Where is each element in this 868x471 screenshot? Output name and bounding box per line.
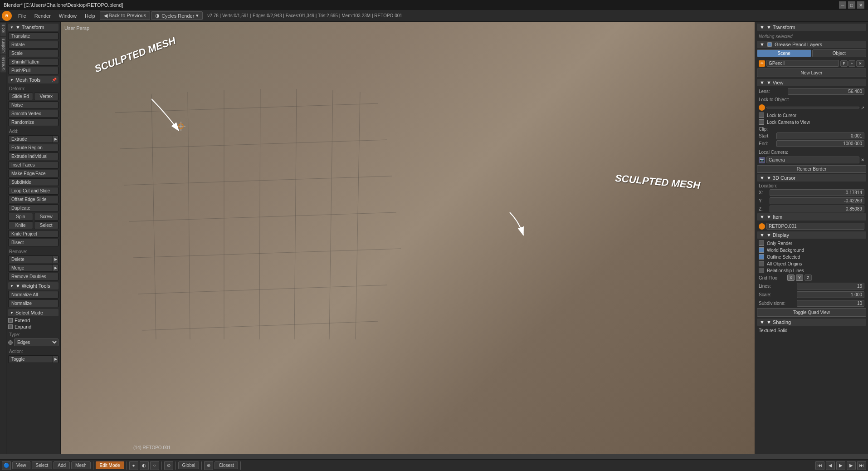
gpencil-name-field[interactable]: GPencil (766, 60, 839, 67)
menu-render[interactable]: Render (31, 12, 54, 20)
global-local-button[interactable]: Global (178, 461, 200, 469)
inset-faces-button[interactable]: Inset Faces (8, 161, 59, 169)
viewport-shading-solid[interactable]: ● (129, 461, 138, 470)
noise-button[interactable]: Noise (8, 101, 59, 109)
render-mode-dropdown[interactable]: ◑ Cycles Render ▾ (151, 11, 203, 20)
only-render-checkbox[interactable] (759, 240, 764, 246)
extrude-individual-button[interactable]: Extrude Individual (8, 152, 59, 160)
timeline-next-btn[interactable]: ▶ (847, 461, 856, 470)
mesh-tools-panel-header[interactable]: ▼ Mesh Tools 📌 (8, 76, 59, 83)
toggle-dropdown-arrow[interactable]: ▶ (53, 355, 59, 363)
grease-pencil-header[interactable]: ▼ Grease Pencil Layers (757, 41, 866, 48)
clip-end-value[interactable]: 1000.000 (776, 140, 864, 147)
lock-to-cursor-checkbox[interactable] (759, 113, 764, 118)
mesh-menu-button[interactable]: Mesh (71, 461, 90, 469)
slide-edge-button[interactable]: Slide Ed (8, 93, 33, 100)
add-menu-button[interactable]: Add (54, 461, 70, 469)
item-section-header[interactable]: ▼ ▼ Item (757, 213, 866, 221)
translate-button[interactable]: Translate (8, 32, 59, 40)
outline-selected-checkbox[interactable] (759, 254, 764, 260)
relationship-lines-checkbox[interactable] (759, 268, 764, 273)
extrude-button[interactable]: Extrude (8, 135, 53, 143)
screw-button[interactable]: Screw (34, 213, 59, 221)
push-pull-button[interactable]: Push/Pull (8, 67, 59, 74)
gpencil-x-button[interactable]: ✕ (856, 60, 864, 67)
duplicate-button[interactable]: Duplicate (8, 204, 59, 212)
minimize-button[interactable]: ─ (839, 1, 846, 9)
all-origins-checkbox[interactable] (759, 261, 764, 266)
item-name[interactable]: RETOPO.001 (766, 223, 864, 230)
delete-button[interactable]: Delete (8, 255, 53, 263)
extrude-region-button[interactable]: Extrude Region (8, 144, 59, 152)
normalize-all-button[interactable]: Normalize All (8, 291, 59, 299)
mesh-tools-pin[interactable]: 📌 (52, 78, 57, 82)
subdivisions-value[interactable]: 10 (797, 300, 864, 307)
timeline-play-btn[interactable]: ▶ (836, 461, 845, 470)
timeline-prev-btn[interactable]: ◀ (826, 461, 835, 470)
display-section-header[interactable]: ▼ ▼ Display (757, 231, 866, 239)
cursor-3d-header[interactable]: ▼ ▼ 3D Cursor (757, 174, 866, 182)
view-section-header[interactable]: ▼ ▼ View (757, 79, 866, 86)
merge-dropdown-arrow[interactable]: ▶ (53, 264, 59, 272)
y-coord-value[interactable]: -0.42263 (770, 197, 864, 204)
new-layer-button[interactable]: New Layer (757, 69, 866, 77)
timeline-end-btn[interactable]: ⏭ (857, 461, 866, 470)
blender-logo[interactable]: B (2, 11, 12, 21)
scale-button[interactable]: Scale (8, 49, 59, 57)
lock-object-input[interactable] (766, 107, 859, 108)
viewport-shading-wire[interactable]: ◐ (140, 461, 149, 470)
viewport-shading-rendered[interactable]: ○ (150, 461, 159, 470)
object-tab[interactable]: Object (812, 49, 867, 57)
expand-checkbox[interactable] (8, 324, 13, 329)
viewport-overlay-btn[interactable]: ⊙ (164, 461, 173, 470)
snap-button[interactable]: ⊕ (204, 461, 213, 470)
shrink-flatten-button[interactable]: Shrink/Flatten (8, 58, 59, 66)
offset-edge-slide-button[interactable]: Offset Edge Slide (8, 196, 59, 203)
knife-button[interactable]: Knife (8, 221, 33, 229)
transform-panel-header[interactable]: ▼ ▼ Transform (8, 24, 59, 31)
delete-dropdown-arrow[interactable]: ▶ (53, 255, 59, 263)
camera-name[interactable]: Camera (766, 157, 859, 163)
gpencil-plus-button[interactable]: + (848, 60, 855, 67)
make-edge-face-button[interactable]: Make Edge/Face (8, 170, 59, 177)
rotate-button[interactable]: Rotate (8, 41, 59, 49)
bisect-button[interactable]: Bisect (8, 239, 59, 246)
vertex-button[interactable]: Vertex (34, 93, 59, 100)
axis-y-button[interactable]: Y (796, 275, 803, 281)
scene-tab[interactable]: Scene (757, 49, 811, 57)
subdivide-button[interactable]: Subdivide (8, 178, 59, 186)
x-coord-value[interactable]: -0.17814 (770, 189, 864, 196)
randomize-button[interactable]: Randomize (8, 118, 59, 126)
axis-x-button[interactable]: X (787, 275, 795, 281)
spin-button[interactable]: Spin (8, 213, 33, 221)
menu-help[interactable]: Help (81, 12, 99, 20)
remove-doubles-button[interactable]: Remove Doubles (8, 273, 59, 280)
shading-section-header[interactable]: ▼ ▼ Shading (757, 319, 866, 326)
scale-value[interactable]: 1.000 (797, 291, 864, 298)
menu-file[interactable]: File (15, 12, 30, 20)
viewport[interactable]: User Persp SCULPTED MESH SCULPTED MESH (61, 22, 755, 454)
sidebar-tab-grease[interactable]: Grease (0, 55, 6, 73)
closest-button[interactable]: Closest (215, 461, 238, 469)
loop-cut-slide-button[interactable]: Loop Cut and Slide (8, 187, 59, 195)
lens-value[interactable]: 56.400 (788, 88, 864, 95)
toggle-button[interactable]: Toggle (8, 355, 53, 363)
extend-checkbox[interactable] (8, 318, 13, 323)
smooth-vertex-button[interactable]: Smooth Vertex (8, 110, 59, 118)
edit-mode-button[interactable]: Edit Mode (96, 461, 124, 469)
toggle-quad-view-button[interactable]: Toggle Quad View (757, 308, 866, 317)
gpencil-f-button[interactable]: F (840, 60, 848, 67)
select-menu-button[interactable]: Select (32, 461, 53, 469)
close-button[interactable]: ✕ (857, 1, 864, 9)
normalize-button[interactable]: Normalize (8, 299, 59, 307)
grease-pencil-checkbox[interactable] (767, 42, 772, 47)
maximize-button[interactable]: □ (848, 1, 855, 9)
render-border-button[interactable]: Render Border (757, 165, 866, 173)
z-coord-value[interactable]: 0.85089 (770, 206, 864, 212)
lock-arrow-icon[interactable]: ↗ (861, 105, 864, 110)
knife-project-button[interactable]: Knife Project (8, 230, 59, 238)
weight-tools-header[interactable]: ▼ ▼ Weight Tools (8, 282, 59, 289)
world-bg-checkbox[interactable] (759, 247, 764, 253)
edges-dropdown[interactable]: Edges (14, 339, 59, 346)
axis-z-button[interactable]: Z (805, 275, 812, 281)
